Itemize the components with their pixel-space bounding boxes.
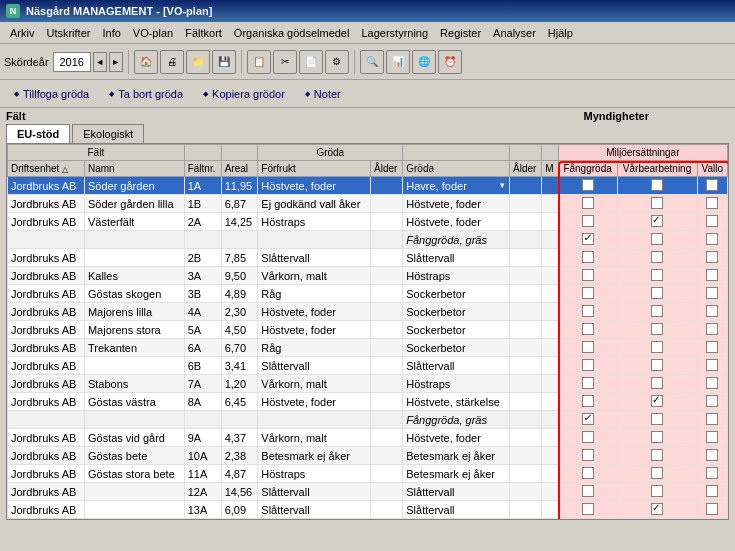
- save-btn[interactable]: 💾: [212, 50, 236, 74]
- tab-ekologiskt[interactable]: Ekologiskt: [72, 124, 144, 143]
- checkbox-cell[interactable]: [697, 339, 727, 357]
- checkbox-cell[interactable]: [558, 429, 617, 447]
- year-next-btn[interactable]: ►: [109, 52, 123, 72]
- checkbox-cell[interactable]: [617, 447, 697, 465]
- table-row[interactable]: Jordbruks ABMajorens stora5A4,50Höstvete…: [8, 321, 728, 339]
- table-row[interactable]: Jordbruks ABMajorens lilla4A2,30Höstvete…: [8, 303, 728, 321]
- checkbox-cell[interactable]: [558, 339, 617, 357]
- checkbox-cell[interactable]: [697, 303, 727, 321]
- checkbox-cell[interactable]: [617, 393, 697, 411]
- checkbox-cell[interactable]: [697, 483, 727, 501]
- checkbox-unchecked[interactable]: [582, 449, 594, 461]
- dropdown-arrow-icon[interactable]: ▼: [498, 181, 506, 190]
- checkbox-unchecked[interactable]: [651, 431, 663, 443]
- table-row[interactable]: Fånggröda, gräs: [8, 411, 728, 429]
- home-btn[interactable]: 🏠: [134, 50, 158, 74]
- checkbox-cell[interactable]: [617, 465, 697, 483]
- table-row[interactable]: Jordbruks ABGöstas skogen3B4,89RågSocker…: [8, 285, 728, 303]
- checkbox-cell[interactable]: [617, 501, 697, 519]
- checkbox-unchecked[interactable]: [706, 197, 718, 209]
- checkbox-cell[interactable]: [697, 285, 727, 303]
- checkbox-cell[interactable]: [697, 375, 727, 393]
- checkbox-unchecked[interactable]: [651, 197, 663, 209]
- checkbox-unchecked[interactable]: [651, 449, 663, 461]
- table-row[interactable]: Jordbruks AB13A6,09SlåttervallSlåtterval…: [8, 501, 728, 519]
- checkbox-unchecked[interactable]: [651, 377, 663, 389]
- year-input[interactable]: [53, 52, 91, 72]
- menu-utskrifter[interactable]: Utskrifter: [40, 25, 96, 41]
- checkbox-cell[interactable]: [697, 177, 727, 195]
- checkbox-cell[interactable]: [558, 195, 617, 213]
- tb-btn-9[interactable]: 🌐: [412, 50, 436, 74]
- table-row[interactable]: Jordbruks ABSöder gården lilla1B6,87Ej g…: [8, 195, 728, 213]
- checkbox-cell[interactable]: [697, 447, 727, 465]
- checkbox-checked[interactable]: [651, 503, 663, 515]
- checkbox-cell[interactable]: [617, 483, 697, 501]
- checkbox-unchecked[interactable]: [651, 287, 663, 299]
- table-row[interactable]: Jordbruks AB6B3,41SlåttervallSlåttervall: [8, 357, 728, 375]
- tab-eu-stod[interactable]: EU-stöd: [6, 124, 70, 143]
- checkbox-checked[interactable]: [651, 395, 663, 407]
- checkbox-cell[interactable]: [617, 321, 697, 339]
- checkbox-unchecked[interactable]: [651, 341, 663, 353]
- checkbox-checked[interactable]: [582, 413, 594, 425]
- checkbox-cell[interactable]: [697, 411, 727, 429]
- checkbox-cell[interactable]: [617, 429, 697, 447]
- checkbox-cell[interactable]: [617, 195, 697, 213]
- folder-btn[interactable]: 📁: [186, 50, 210, 74]
- menu-hjalp[interactable]: Hjälp: [542, 25, 579, 41]
- menu-info[interactable]: Info: [96, 25, 126, 41]
- checkbox-unchecked[interactable]: [582, 269, 594, 281]
- checkbox-cell[interactable]: [697, 393, 727, 411]
- checkbox-unchecked[interactable]: [582, 179, 594, 191]
- print-btn[interactable]: 🖨: [160, 50, 184, 74]
- checkbox-cell[interactable]: [558, 177, 617, 195]
- checkbox-cell[interactable]: [558, 483, 617, 501]
- checkbox-unchecked[interactable]: [582, 305, 594, 317]
- table-row[interactable]: Jordbruks ABTrekanten6A6,70RågSockerbeto…: [8, 339, 728, 357]
- checkbox-unchecked[interactable]: [651, 179, 663, 191]
- checkbox-cell[interactable]: [558, 303, 617, 321]
- checkbox-unchecked[interactable]: [582, 467, 594, 479]
- remove-crop-btn[interactable]: Ta bort gröda: [101, 86, 191, 102]
- groda-dropdown-cell[interactable]: Havre, foder▼: [403, 177, 510, 195]
- checkbox-cell[interactable]: [558, 285, 617, 303]
- checkbox-unchecked[interactable]: [582, 395, 594, 407]
- checkbox-cell[interactable]: [558, 465, 617, 483]
- table-row[interactable]: Jordbruks ABKalles3A9,50Vårkorn, maltHös…: [8, 267, 728, 285]
- menu-voplan[interactable]: VO-plan: [127, 25, 179, 41]
- checkbox-cell[interactable]: [558, 231, 617, 249]
- checkbox-cell[interactable]: [558, 393, 617, 411]
- notes-btn[interactable]: Noter: [297, 86, 349, 102]
- menu-analyser[interactable]: Analyser: [487, 25, 542, 41]
- checkbox-unchecked[interactable]: [582, 287, 594, 299]
- checkbox-unchecked[interactable]: [582, 215, 594, 227]
- checkbox-unchecked[interactable]: [582, 197, 594, 209]
- checkbox-unchecked[interactable]: [706, 251, 718, 263]
- year-prev-btn[interactable]: ◄: [93, 52, 107, 72]
- copy-crops-btn[interactable]: Kopiera grödor: [195, 86, 293, 102]
- tb-btn-8[interactable]: 📊: [386, 50, 410, 74]
- checkbox-unchecked[interactable]: [706, 449, 718, 461]
- checkbox-unchecked[interactable]: [651, 323, 663, 335]
- checkbox-unchecked[interactable]: [582, 341, 594, 353]
- checkbox-unchecked[interactable]: [651, 269, 663, 281]
- checkbox-cell[interactable]: [558, 411, 617, 429]
- checkbox-cell[interactable]: [617, 249, 697, 267]
- checkbox-cell[interactable]: [558, 375, 617, 393]
- checkbox-unchecked[interactable]: [706, 269, 718, 281]
- checkbox-checked[interactable]: [582, 233, 594, 245]
- checkbox-unchecked[interactable]: [651, 251, 663, 263]
- checkbox-unchecked[interactable]: [706, 341, 718, 353]
- add-crop-btn[interactable]: Tillfoga gröda: [6, 86, 97, 102]
- checkbox-unchecked[interactable]: [706, 215, 718, 227]
- checkbox-unchecked[interactable]: [706, 287, 718, 299]
- tb-btn-10[interactable]: ⏰: [438, 50, 462, 74]
- checkbox-cell[interactable]: [617, 231, 697, 249]
- checkbox-unchecked[interactable]: [706, 359, 718, 371]
- checkbox-unchecked[interactable]: [706, 395, 718, 407]
- checkbox-unchecked[interactable]: [706, 179, 718, 191]
- checkbox-unchecked[interactable]: [582, 251, 594, 263]
- checkbox-cell[interactable]: [558, 213, 617, 231]
- table-row[interactable]: Jordbruks ABGöstas stora bete11A4,87Höst…: [8, 465, 728, 483]
